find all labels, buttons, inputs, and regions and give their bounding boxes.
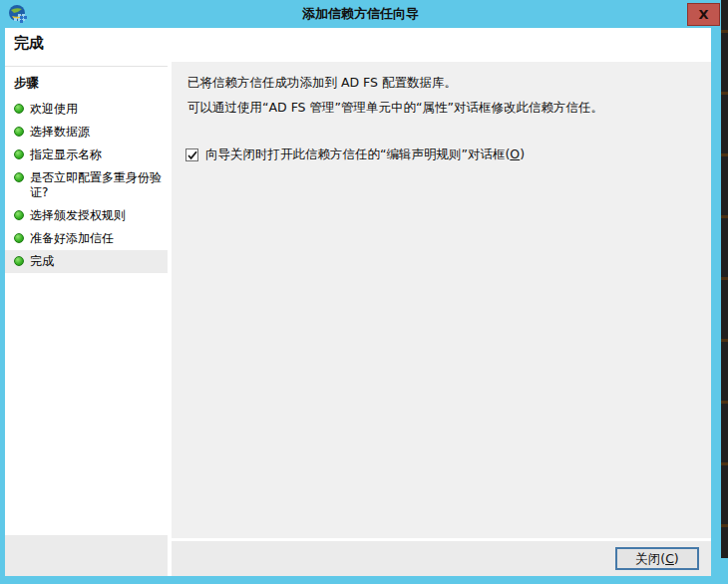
checkbox-accesskey: O	[510, 146, 520, 161]
close-button-accesskey: C	[665, 551, 674, 566]
wizard-window: 添加信赖方信任向导 X 完成 步骤 欢迎使用 选择数据源	[0, 0, 721, 584]
step-bullet-icon	[14, 127, 24, 137]
step-bullet-icon	[14, 233, 24, 243]
desktop-behind-window	[721, 0, 728, 558]
step-label: 完成	[30, 254, 54, 269]
step-label: 选择颁发授权规则	[30, 208, 126, 223]
checkbox-label-close: )	[520, 146, 525, 161]
page-title: 完成	[14, 34, 44, 53]
checkbox-label[interactable]: 向导关闭时打开此信赖方信任的“编辑声明规则”对话框(O)	[205, 146, 525, 163]
content-pane: 已将信赖方信任成功添加到 AD FS 配置数据库。 可以通过使用“AD FS 管…	[172, 62, 711, 538]
close-icon: X	[698, 7, 708, 22]
step-item-mfa[interactable]: 是否立即配置多重身份验证?	[5, 166, 168, 204]
page-header: 完成	[5, 28, 711, 62]
step-bullet-icon	[14, 172, 24, 182]
status-line-1: 已将信赖方信任成功添加到 AD FS 配置数据库。	[187, 70, 695, 95]
close-wizard-button[interactable]: 关闭(C)	[615, 547, 699, 570]
step-label: 准备好添加信任	[30, 231, 114, 246]
titlebar[interactable]: 添加信赖方信任向导 X	[0, 0, 721, 28]
step-bullet-icon	[14, 104, 24, 114]
footer-button-bar: 关闭(C)	[172, 541, 711, 576]
open-claim-rules-checkbox-row[interactable]: 向导关闭时打开此信赖方信任的“编辑声明规则”对话框(O)	[185, 146, 695, 163]
step-bullet-icon	[14, 256, 24, 266]
step-label: 是否立即配置多重身份验证?	[30, 170, 166, 200]
footer-left	[5, 535, 168, 576]
steps-panel: 步骤 欢迎使用 选择数据源 指定显示名称	[5, 66, 168, 273]
close-button-text-close: )	[674, 551, 679, 566]
step-item-ready-to-add[interactable]: 准备好添加信任	[5, 227, 168, 250]
close-button-text: 关闭(	[635, 551, 665, 566]
client-area: 完成 步骤 欢迎使用 选择数据源 指定显示名称	[5, 28, 711, 576]
step-item-welcome[interactable]: 欢迎使用	[5, 98, 168, 121]
checkbox-label-text: 向导关闭时打开此信赖方信任的“编辑声明规则”对话框(	[205, 146, 510, 161]
steps-sidebar: 步骤 欢迎使用 选择数据源 指定显示名称	[5, 62, 168, 535]
step-item-finish[interactable]: 完成	[5, 250, 168, 273]
step-item-display-name[interactable]: 指定显示名称	[5, 144, 168, 166]
open-claim-rules-checkbox[interactable]	[185, 148, 198, 161]
step-bullet-icon	[14, 210, 24, 220]
step-label: 选择数据源	[30, 125, 90, 140]
steps-list: 欢迎使用 选择数据源 指定显示名称 是否立即配置多重身份验证?	[5, 98, 168, 273]
check-icon	[186, 149, 198, 161]
step-item-data-source[interactable]: 选择数据源	[5, 121, 168, 144]
step-label: 欢迎使用	[30, 102, 78, 117]
window-title: 添加信赖方信任向导	[0, 0, 721, 28]
close-window-button[interactable]: X	[687, 3, 720, 26]
status-line-2: 可以通过使用“AD FS 管理”管理单元中的“属性”对话框修改此信赖方信任。	[187, 95, 695, 120]
step-bullet-icon	[14, 149, 24, 159]
step-item-authorization-rules[interactable]: 选择颁发授权规则	[5, 204, 168, 227]
step-label: 指定显示名称	[30, 147, 102, 162]
steps-heading: 步骤	[5, 72, 168, 98]
